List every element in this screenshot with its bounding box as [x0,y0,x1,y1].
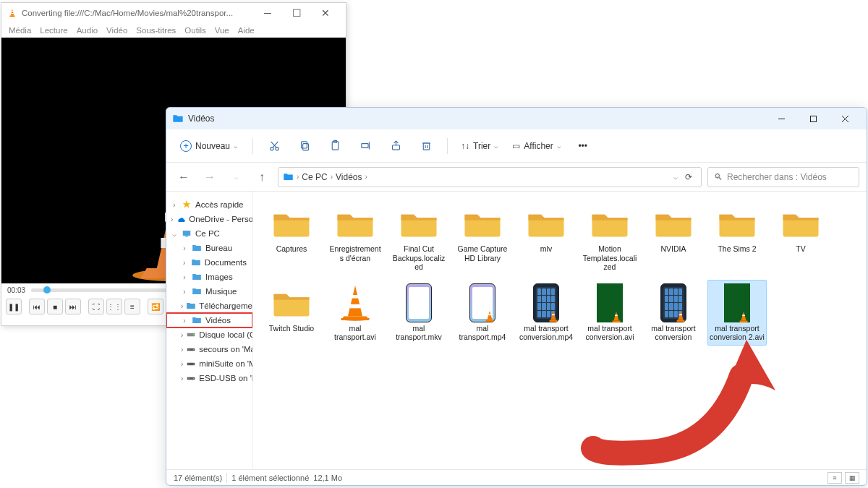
vlc-fullscreen-button[interactable]: ⛶ [88,299,104,314]
vlc-loop-button[interactable]: 🔁 [148,299,163,314]
file-item[interactable]: mal transport.avi [326,280,385,346]
share-button[interactable] [383,135,408,157]
sidebar-item-label: OneDrive - Perso [189,215,253,223]
file-item[interactable]: NVIDIA [644,200,703,275]
sidebar-item[interactable]: ›Disque local (C [166,328,252,342]
sidebar-item[interactable]: ›Musique [166,284,252,299]
breadcrumb-item[interactable]: Vidéos [336,172,362,182]
expand-arrow-icon[interactable]: › [181,360,183,368]
vlc-stop-button[interactable]: ■ [47,299,63,314]
breadcrumb-item[interactable]: Ce PC [302,172,327,182]
file-item[interactable]: Twitch Studio [262,280,321,346]
file-item[interactable]: Motion Templates.localized [580,200,639,275]
file-item[interactable]: TV [771,200,830,275]
vlc-app-icon [7,8,17,18]
vlc-pause-button[interactable]: ❚❚ [6,299,22,314]
paste-button[interactable] [323,135,347,157]
expand-arrow-icon[interactable]: › [171,201,178,209]
nav-forward-button[interactable]: → [200,167,220,187]
sidebar-item[interactable]: ›ESD-USB on 'M [166,371,252,385]
more-button[interactable]: ••• [571,135,595,157]
nav-back-button[interactable]: ← [174,167,194,187]
expand-arrow-icon[interactable]: › [171,215,173,223]
sidebar-item[interactable]: ›miniSuite on 'M [166,356,252,371]
vlc-close-button[interactable]: ✕ [311,4,340,22]
expand-arrow-icon[interactable]: › [181,374,183,382]
file-item[interactable]: mal transport conversion.avi [580,280,639,346]
explorer-minimize-button[interactable] [765,108,797,129]
status-count: 17 élément(s) [174,474,222,482]
file-label: mal transport.mp4 [455,324,510,342]
file-item[interactable]: Final Cut Backups.localized [389,200,448,275]
folder-icon [714,204,760,243]
file-grid: CapturesEnregistrements d'écranFinal Cut… [262,200,862,346]
expand-arrow-icon[interactable]: › [181,259,188,267]
expand-arrow-icon[interactable]: › [181,302,183,310]
expand-arrow-icon[interactable]: ⌵ [171,230,178,238]
vlc-prev-button[interactable]: ⏮ [29,299,45,314]
file-item[interactable]: Enregistrements d'écran [326,200,385,275]
file-item[interactable]: Game Capture HD Library [453,200,512,275]
refresh-button[interactable]: ⟳ [681,172,697,182]
vlc-minimize-button[interactable]: ─ [253,4,282,22]
explorer-content[interactable]: CapturesEnregistrements d'écranFinal Cut… [253,192,867,469]
address-bar[interactable]: › Ce PC › Vidéos › ⌵ ⟳ [278,167,702,187]
svg-rect-25 [183,231,191,236]
vlc-menu-lecture[interactable]: Lecture [40,26,67,35]
vlc-menu-aide[interactable]: Aide [238,26,255,35]
expand-arrow-icon[interactable]: › [181,273,188,281]
file-item[interactable]: Captures [262,200,321,275]
chevron-down-icon[interactable]: ⌵ [673,173,678,181]
vlc-menu-soustitres[interactable]: Sous-titres [136,26,176,35]
vlc-titlebar[interactable]: Converting file:///C:/Mac/Home/Movies/ma… [1,3,346,23]
file-item[interactable]: mal transport.mp4 [453,280,512,346]
vlc-menu-vue[interactable]: Vue [215,26,229,35]
sort-button[interactable]: ↑↓ Trier ⌵ [456,138,502,154]
sidebar-item[interactable]: ›Vidéos [166,313,252,328]
copy-button[interactable] [292,135,317,157]
sidebar-item[interactable]: ›Accès rapide [166,197,252,212]
file-label: mal transport.mkv [391,324,446,342]
search-box[interactable]: 🔍︎ Rechercher dans : Vidéos [707,167,859,187]
explorer-titlebar[interactable]: Vidéos [166,108,867,129]
sidebar-item[interactable]: ›secours on 'Ma [166,342,252,356]
vlc-menu-media[interactable]: Média [9,26,31,35]
expand-arrow-icon[interactable]: › [181,244,188,252]
sidebar-item[interactable]: ›OneDrive - Perso [166,212,252,226]
sidebar-item[interactable]: ›Bureau [166,241,252,255]
file-item[interactable]: mal transport conversion.mp4 [516,280,576,346]
delete-button[interactable] [414,135,438,157]
rename-button[interactable] [353,135,378,157]
cut-button[interactable] [262,135,286,157]
view-button[interactable]: ▭ Afficher ⌵ [508,138,564,154]
expand-arrow-icon[interactable]: › [181,288,188,296]
vlc-maximize-button[interactable]: ☐ [282,4,311,22]
vlc-menu-outils[interactable]: Outils [184,26,205,35]
file-item[interactable]: mal transport conversion 2.avi [707,280,767,346]
sidebar-item[interactable]: ›Images [166,270,252,284]
view-icons-button[interactable]: ▦ [845,472,859,484]
folder-icon [650,204,697,243]
explorer-close-button[interactable] [829,108,861,129]
expand-arrow-icon[interactable]: › [181,331,183,339]
expand-arrow-icon[interactable]: › [181,346,183,354]
vlc-menu-audio[interactable]: Audio [77,26,98,35]
sidebar-item[interactable]: ›Téléchargement [166,299,252,313]
explorer-maximize-button[interactable] [797,108,829,129]
file-item[interactable]: mal transport.mkv [389,280,448,346]
vlc-next-button[interactable]: ⏭ [65,299,81,314]
vlc-playlist-button[interactable]: ≡ [124,299,140,314]
nav-recent-button[interactable]: ⌵ [226,167,246,187]
file-item[interactable]: mlv [516,200,576,275]
expand-arrow-icon[interactable]: › [181,317,188,325]
vlc-extended-button[interactable]: ⋮⋮ [106,299,122,314]
file-item[interactable]: mal transport conversion [644,280,703,346]
vlc-seek-knob[interactable] [43,286,51,294]
view-details-button[interactable]: ≡ [827,472,842,484]
sidebar-item[interactable]: ⌵Ce PC [166,226,252,241]
new-button[interactable]: + Nouveau ⌵ [174,137,244,155]
vlc-menu-video[interactable]: Vidéo [106,26,127,35]
sidebar-item[interactable]: ›Documents [166,255,252,270]
file-item[interactable]: The Sims 2 [707,200,767,275]
nav-up-button[interactable]: ↑ [252,167,272,187]
